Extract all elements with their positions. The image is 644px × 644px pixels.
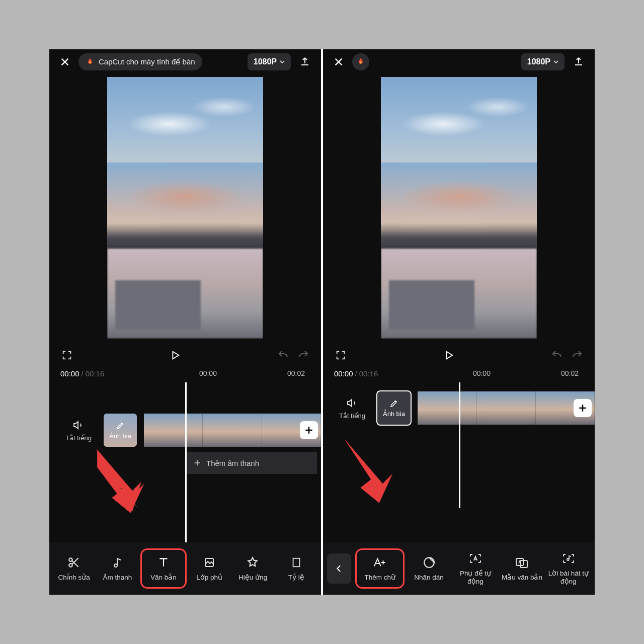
- resolution-selector[interactable]: 1080P: [521, 53, 565, 70]
- back-button[interactable]: [327, 553, 351, 584]
- flame-icon: [86, 56, 95, 67]
- ratio-icon: [289, 555, 303, 570]
- export-button[interactable]: [572, 55, 586, 69]
- playback-controls: [323, 341, 595, 369]
- tool-label: Văn bản: [150, 574, 177, 582]
- red-arrow-annotation: [88, 444, 148, 514]
- resolution-label: 1080P: [527, 57, 550, 66]
- video-preview[interactable]: [323, 74, 595, 341]
- playback-controls: [49, 341, 321, 369]
- chevron-down-icon: [280, 59, 285, 64]
- play-button[interactable]: [169, 349, 182, 362]
- tool-auto-subtitle[interactable]: Phụ đề tự động: [453, 548, 498, 589]
- playhead[interactable]: [459, 382, 460, 508]
- cover-label: Ảnh bìa: [109, 432, 131, 440]
- playhead[interactable]: [185, 382, 187, 542]
- tool-sticker[interactable]: Nhãn dán: [407, 548, 451, 589]
- auto-lyrics-icon: [561, 551, 576, 566]
- red-arrow-annotation: [336, 434, 396, 504]
- resolution-selector[interactable]: 1080P: [248, 53, 291, 70]
- close-button[interactable]: [332, 55, 345, 68]
- tool-add-text[interactable]: Thêm chữ: [355, 548, 405, 589]
- promo-banner[interactable]: CapCut cho máy tính để bàn: [78, 53, 202, 70]
- mute-toggle[interactable]: Tắt tiếng: [60, 419, 97, 442]
- cover-thumbnail[interactable]: Ảnh bìa: [104, 414, 137, 447]
- svg-point-1: [69, 558, 72, 562]
- add-audio-label: Thêm âm thanh: [206, 459, 259, 467]
- tool-label: Âm thanh: [103, 574, 132, 582]
- time-current: 00:00: [334, 369, 353, 378]
- svg-marker-5: [344, 438, 393, 503]
- promo-flame-button[interactable]: [352, 53, 369, 70]
- flame-icon: [356, 56, 365, 67]
- video-frame: [107, 77, 263, 339]
- timeline[interactable]: Tắt tiếng Ảnh bìa Thêm âm thanh: [49, 389, 321, 542]
- fullscreen-button[interactable]: [60, 349, 73, 362]
- export-button[interactable]: [298, 55, 312, 69]
- tool-effects[interactable]: Hiệu ứng: [232, 548, 273, 589]
- tool-ratio[interactable]: Tỷ lệ: [276, 548, 317, 589]
- add-text-icon: [373, 555, 387, 570]
- tool-audio[interactable]: Âm thanh: [97, 548, 138, 589]
- editor-pane-step2: 1080P: [323, 49, 595, 595]
- undo-button[interactable]: [277, 349, 290, 362]
- resolution-label: 1080P: [254, 57, 277, 66]
- editor-pane-step1: CapCut cho máy tính để bàn 1080P: [49, 49, 321, 595]
- music-note-icon: [110, 555, 124, 570]
- tool-label: Nhãn dán: [414, 574, 444, 582]
- close-button[interactable]: [58, 55, 71, 68]
- pencil-icon: [389, 399, 398, 408]
- mute-label: Tắt tiếng: [60, 434, 97, 442]
- undo-button[interactable]: [550, 349, 564, 362]
- tool-label: Chỉnh sửa: [58, 574, 90, 582]
- play-button[interactable]: [442, 349, 455, 362]
- redo-button[interactable]: [297, 349, 310, 362]
- cover-label: Ảnh bìa: [383, 410, 405, 418]
- tool-auto-lyrics[interactable]: Lời bài hát tự động: [546, 548, 591, 589]
- plus-icon: [193, 459, 201, 467]
- video-clips[interactable]: [418, 391, 595, 425]
- topbar: CapCut cho máy tính để bàn 1080P: [49, 49, 321, 74]
- video-preview[interactable]: [49, 74, 321, 341]
- tool-label: Lời bài hát tự động: [546, 570, 591, 585]
- time-current: 00:00: [60, 369, 79, 378]
- chevron-down-icon: [553, 59, 558, 64]
- svg-point-2: [69, 564, 72, 567]
- svg-rect-4: [293, 558, 299, 567]
- add-clip-button[interactable]: [574, 399, 592, 417]
- chevron-left-icon: [335, 563, 344, 574]
- mute-toggle[interactable]: Tắt tiếng: [334, 397, 370, 420]
- add-audio-row[interactable]: Thêm âm thanh: [186, 452, 317, 474]
- tick: 00:00: [473, 369, 491, 377]
- text-icon: [156, 555, 171, 570]
- timeline[interactable]: Tắt tiếng Ảnh bìa: [323, 389, 595, 542]
- topbar: 1080P: [323, 49, 595, 74]
- mute-label: Tắt tiếng: [334, 412, 370, 420]
- text-template-icon: [515, 555, 529, 570]
- sticker-icon: [422, 555, 436, 570]
- svg-marker-0: [96, 448, 144, 513]
- cover-thumbnail[interactable]: Ảnh bìa: [377, 391, 411, 425]
- tool-label: Hiệu ứng: [238, 574, 267, 582]
- bottom-toolbar: Chỉnh sửa Âm thanh Văn bản Lớp phủ Hiệu …: [49, 542, 321, 595]
- add-clip-button[interactable]: [300, 421, 318, 439]
- tool-text-template[interactable]: Mẫu văn bản: [500, 548, 544, 589]
- tick: 00:02: [287, 369, 305, 377]
- tick: 00:02: [561, 369, 579, 377]
- auto-subtitle-icon: [468, 551, 482, 566]
- tool-label: Mẫu văn bản: [502, 574, 542, 582]
- overlay-icon: [202, 555, 216, 570]
- promo-banner-text: CapCut cho máy tính để bàn: [99, 57, 195, 66]
- tool-label: Tỷ lệ: [288, 574, 304, 582]
- scissors-icon: [67, 555, 81, 570]
- tool-label: Phụ đề tự động: [453, 570, 498, 585]
- video-clips[interactable]: [144, 414, 321, 447]
- time-total: 00:16: [359, 369, 378, 378]
- redo-button[interactable]: [571, 349, 584, 362]
- fullscreen-button[interactable]: [334, 349, 347, 362]
- tool-edit[interactable]: Chỉnh sửa: [53, 548, 95, 589]
- tool-label: Thêm chữ: [364, 574, 395, 582]
- time-total: 00:16: [86, 369, 105, 378]
- tool-overlay[interactable]: Lớp phủ: [189, 548, 230, 589]
- tool-text[interactable]: Văn bản: [140, 548, 187, 589]
